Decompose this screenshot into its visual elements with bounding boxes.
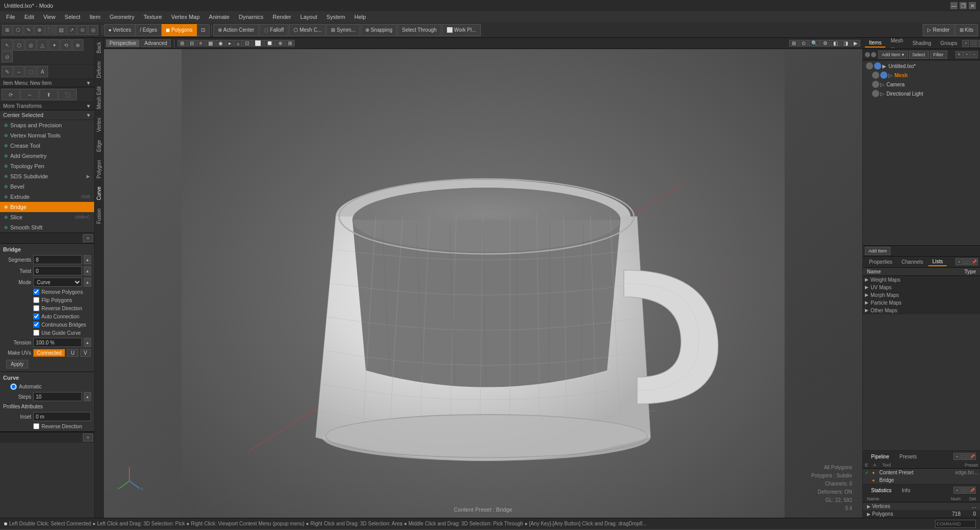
render-btn[interactable]: ▷ Render (923, 24, 954, 36)
rp-float-btn[interactable]: ⬚ (970, 40, 977, 47)
auto-connection-cb[interactable] (33, 313, 39, 319)
menu-texture[interactable]: Texture (140, 13, 166, 21)
snaps-precision[interactable]: ⊕ Snaps and Precision (0, 120, 94, 130)
select-through-btn[interactable]: Select Through (397, 24, 441, 36)
scene-light[interactable]: ▷ Directional Light (864, 89, 979, 98)
pipeline-row-1[interactable]: ✓ ● Content Preset edge.bri... (863, 469, 980, 476)
stats-tab-statistics[interactable]: Statistics (867, 487, 896, 494)
center-selected[interactable]: Center Selected ▼ (0, 110, 94, 120)
scene-camera[interactable]: ▷ Camera (864, 80, 979, 89)
pipeline-tab-pipeline[interactable]: Pipeline (867, 453, 894, 460)
mesh-c-btn[interactable]: ⬡ Mesh C... (289, 24, 326, 36)
transform-4[interactable]: ⬛ (58, 89, 77, 100)
selection-mode-pills[interactable]: ● Vertices / Edges ◼ Polygons ⊡ (104, 24, 210, 36)
maximize-btn[interactable]: ❐ (960, 2, 967, 9)
left-tool-text[interactable]: A (37, 66, 48, 77)
left-tool-cross[interactable]: ⊕ (72, 39, 83, 51)
vtab-deform[interactable]: Deform (95, 57, 103, 82)
root-vis-icon[interactable] (866, 62, 873, 70)
vtab-back[interactable]: Back (95, 38, 103, 57)
automatic-radio[interactable] (10, 383, 17, 390)
flip-polygons-cb[interactable] (33, 297, 39, 303)
prop-tab-properties[interactable]: Properties (865, 258, 897, 266)
steps-spinner[interactable]: ▲ (84, 392, 91, 401)
transform-1[interactable]: ⟳ (2, 89, 20, 100)
menu-select[interactable]: Select (60, 13, 84, 21)
stats-float-btn[interactable]: ⬚ (961, 487, 968, 494)
select-btn[interactable]: Select (909, 51, 929, 59)
pipeline-tab-presets[interactable]: Presets (896, 453, 921, 460)
scene-add-item-btn[interactable]: Add Item (865, 247, 890, 255)
bevel[interactable]: ⊕ Bevel (0, 181, 94, 192)
viewport-canvas[interactable]: X Y Z Content Preset : Bridge All Polygo… (104, 49, 862, 518)
inset-input[interactable] (33, 412, 91, 421)
vertex-normal-tools[interactable]: ⊕ Vertex Normal Tools (0, 130, 94, 141)
tool-icon-9[interactable]: ◎ (88, 25, 98, 35)
pipe-expand-btn[interactable]: + (953, 453, 961, 460)
kits-btn[interactable]: ⊞ Kits (955, 24, 978, 36)
extrude[interactable]: ⊕ Extrude Shift (0, 192, 94, 202)
list-weight-maps[interactable]: ▶ Weight Maps (863, 276, 980, 284)
vp-perspective-btn[interactable]: Perspective (106, 39, 140, 47)
menu-dynamics[interactable]: Dynamics (235, 13, 268, 21)
vp-right-1[interactable]: ⊞ (789, 40, 798, 47)
item-menu[interactable]: Item Menu: New Item ▼ (0, 79, 94, 87)
camera-vis-icon[interactable] (872, 81, 879, 88)
left-tool-circle[interactable]: ⬡ (13, 39, 25, 51)
left-tool-pen[interactable]: ✎ (2, 66, 13, 77)
vp-icon-9[interactable]: ⬜ (252, 40, 263, 47)
filter-btn[interactable]: Filter (930, 51, 947, 59)
vtab-vertex[interactable]: Vertex (95, 113, 103, 136)
add-geometry[interactable]: ⊕ Add Geometry (0, 151, 94, 161)
vp-right-7[interactable]: ▶ (851, 40, 860, 47)
tool-icon-3[interactable]: ✎ (24, 25, 34, 35)
light-expand[interactable]: ▷ (880, 91, 885, 97)
camera-expand[interactable]: ▷ (880, 82, 885, 87)
prop-tab-lists[interactable]: Lists (928, 258, 947, 266)
tool-icon-1[interactable]: ⊞ (2, 25, 12, 35)
use-guide-curve-cb[interactable] (33, 330, 39, 336)
pipeline-row-2[interactable]: ● Bridge (863, 476, 980, 484)
vp-right-3[interactable]: 🔍 (809, 40, 820, 47)
prop-expand-btn[interactable]: + (955, 258, 963, 265)
tension-input[interactable] (33, 338, 82, 347)
tool-icon-7[interactable]: ↗ (66, 25, 77, 35)
left-tool-rect[interactable]: ⬚ (25, 66, 36, 77)
remove-polygons-cb[interactable] (33, 289, 39, 295)
mode-polygons[interactable]: ◼ Polygons (162, 24, 197, 36)
prop-float-btn[interactable]: ⬚ (963, 258, 970, 265)
action-center-btn[interactable]: ⊕ Action Center (213, 24, 259, 36)
tool-icon-6[interactable]: ▤ (56, 25, 66, 35)
left-tool-dot[interactable]: ⊙ (2, 51, 13, 62)
bridge-tool[interactable]: ⊕ Bridge (0, 202, 94, 212)
pipe-pin-btn[interactable]: 📌 (969, 453, 976, 460)
vp-icon-4[interactable]: ▦ (206, 40, 215, 47)
reverse-dir-cb[interactable] (33, 423, 39, 429)
eye-vis-1[interactable] (865, 52, 870, 57)
scene-mesh[interactable]: ▷ Mesh (864, 71, 979, 80)
transform-2[interactable]: ↔ (20, 89, 39, 100)
minimize-btn[interactable]: — (950, 2, 957, 9)
menu-layout[interactable]: Layout (296, 13, 321, 21)
work-plane-btn[interactable]: ⬜ Work Pl... (442, 24, 481, 36)
menu-edit[interactable]: Edit (20, 13, 38, 21)
light-vis-icon[interactable] (872, 90, 879, 97)
eye-vis-2[interactable] (871, 52, 876, 57)
pipe-float-btn[interactable]: ⬚ (961, 453, 968, 460)
symm-btn[interactable]: ⊞ Symm... (326, 24, 360, 36)
mesh-render-icon[interactable] (880, 72, 887, 79)
vtab-edge[interactable]: Edge (95, 136, 103, 156)
window-controls[interactable]: — ❐ ✕ (950, 2, 976, 9)
tool-icon-4[interactable]: ⊕ (34, 25, 44, 35)
mesh-vis-icon[interactable] (872, 72, 879, 79)
transform-3[interactable]: ⬆ (39, 89, 58, 100)
vtab-fusion[interactable]: Fusion (95, 204, 103, 228)
vp-advanced-btn[interactable]: Advanced (141, 39, 170, 47)
prop-pin-btn[interactable]: 📌 (971, 258, 978, 265)
make-uvs-v-btn[interactable]: V (80, 349, 91, 357)
left-tool-rotate[interactable]: ⟲ (60, 39, 72, 51)
tool-icon-5[interactable]: ⬛ (45, 25, 55, 35)
stats-expand-btn[interactable]: + (953, 487, 961, 494)
continuous-bridges-cb[interactable] (33, 321, 39, 328)
slice[interactable]: ⊕ Slice Shift+C (0, 212, 94, 222)
